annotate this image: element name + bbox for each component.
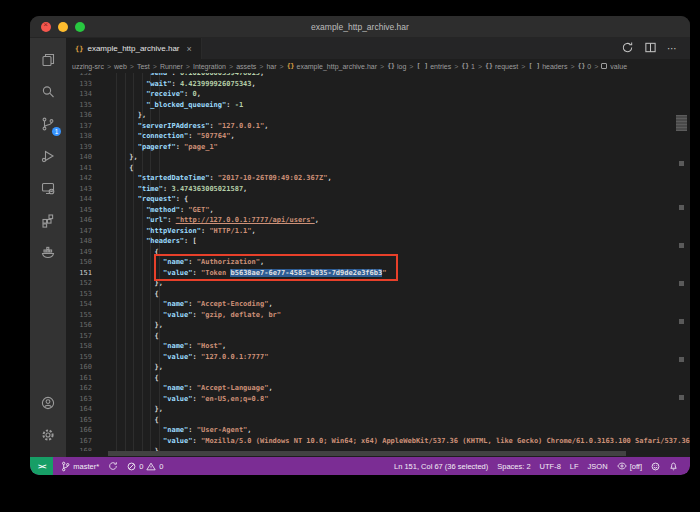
extension-toggle-item[interactable]: [off]: [617, 462, 642, 471]
eol-item[interactable]: LF: [570, 462, 579, 471]
remote-explorer-icon[interactable]: [33, 172, 63, 204]
breadcrumb-item[interactable]: {}example_http_archive.har: [287, 62, 377, 70]
indentation-item[interactable]: Spaces: 2: [497, 462, 530, 471]
code-line[interactable]: 142 "startedDateTime": "2017-10-26T09:49…: [66, 173, 690, 184]
cursor-position[interactable]: Ln 151, Col 67 (36 selected): [394, 462, 488, 471]
code-line[interactable]: 159 "value": "127.0.0.1:7777": [66, 352, 690, 363]
breadcrumb-item[interactable]: assets: [236, 63, 256, 70]
line-number: 134: [66, 89, 92, 100]
line-number: 152: [66, 278, 92, 289]
breadcrumb-separator: >: [409, 63, 413, 70]
docker-icon[interactable]: [33, 236, 63, 268]
notifications-item[interactable]: [669, 461, 678, 471]
code-line[interactable]: 155 "value": "gzip, deflate, br": [66, 310, 690, 321]
code-line[interactable]: 165 {: [66, 415, 690, 426]
code-line[interactable]: 158 "name": "Host",: [66, 341, 690, 352]
breadcrumb-item[interactable]: {}request: [485, 62, 518, 70]
code-line[interactable]: 154 "name": "Accept-Encoding",: [66, 299, 690, 310]
feedback-item[interactable]: [651, 462, 660, 471]
problems-item[interactable]: 0 0: [127, 462, 163, 471]
split-editor-icon[interactable]: [644, 40, 657, 58]
maximize-window-button[interactable]: [75, 22, 85, 32]
encoding-item[interactable]: UTF-8: [540, 462, 561, 471]
tab-close-icon[interactable]: ×: [187, 44, 192, 54]
breadcrumb-item[interactable]: value: [601, 63, 627, 70]
code-line[interactable]: 134 "receive": 0,: [66, 89, 690, 100]
breadcrumb-item[interactable]: uzzing-src: [72, 63, 104, 70]
breadcrumb-separator: >: [521, 63, 525, 70]
code-line[interactable]: 135 "_blocked_queueing": -1: [66, 100, 690, 111]
overview-ruler[interactable]: [675, 73, 687, 451]
open-changes-icon[interactable]: [621, 40, 634, 58]
minimize-window-button[interactable]: [58, 22, 68, 32]
status-bar: >< master* 0 0 Ln 151, Col 67 (36 select…: [30, 457, 690, 475]
scrollbar-thumb[interactable]: [676, 115, 687, 131]
code-line[interactable]: 133 "wait": 4.423999926075343,: [66, 79, 690, 90]
code-line[interactable]: 157 {: [66, 331, 690, 342]
code-line[interactable]: 160 },: [66, 362, 690, 373]
code-line[interactable]: 144 "request": {: [66, 194, 690, 205]
code-line[interactable]: 156 },: [66, 320, 690, 331]
code-line[interactable]: 145 "method": "GET",: [66, 205, 690, 216]
code-line[interactable]: 166 "name": "User-Agent",: [66, 425, 690, 436]
line-number: 162: [66, 383, 92, 394]
git-branch-item[interactable]: master*: [61, 461, 99, 472]
code-line[interactable]: 137 "serverIPAddress": "127.0.0.1",: [66, 121, 690, 132]
hscrollbar-thumb[interactable]: [108, 451, 626, 456]
code-line[interactable]: 162 "name": "Accept-Language",: [66, 383, 690, 394]
language-mode-item[interactable]: JSON: [588, 462, 608, 471]
code-line[interactable]: 143 "time": 3.474363005021587,: [66, 184, 690, 195]
title-bar[interactable]: example_http_archive.har: [30, 16, 690, 38]
breadcrumb-item[interactable]: [ ]headers: [528, 62, 567, 70]
code-line[interactable]: 163 "value": "en-US,en;q=0.8": [66, 394, 690, 405]
settings-gear-icon[interactable]: [33, 419, 63, 451]
breadcrumb-item[interactable]: Runner: [160, 63, 183, 70]
tab-example-http-archive[interactable]: {} example_http_archive.har ×: [66, 38, 202, 59]
horizontal-scrollbar[interactable]: [66, 451, 690, 457]
code-line[interactable]: 153 {: [66, 289, 690, 300]
breadcrumb-item[interactable]: {}1: [461, 62, 475, 70]
code-line[interactable]: 136 },: [66, 110, 690, 121]
code-line[interactable]: 140 },: [66, 152, 690, 163]
code-line[interactable]: 164 },: [66, 404, 690, 415]
branch-icon: [61, 461, 70, 472]
code-line[interactable]: 138 "connection": "507764",: [66, 131, 690, 142]
breadcrumb-item[interactable]: web: [114, 63, 127, 70]
code-line[interactable]: 161 {: [66, 373, 690, 384]
code-line[interactable]: 150 "name": "Authorization",: [66, 257, 690, 268]
breadcrumb-item[interactable]: har: [266, 63, 276, 70]
code-line[interactable]: 141 {: [66, 163, 690, 174]
sync-button[interactable]: [108, 461, 118, 471]
code-line[interactable]: 167 "value": "Mozilla/5.0 (Windows NT 10…: [66, 436, 690, 447]
source-control-icon[interactable]: 1: [33, 108, 63, 140]
breadcrumb-separator: >: [186, 63, 190, 70]
code-line[interactable]: 149 {: [66, 247, 690, 258]
extensions-icon[interactable]: [33, 204, 63, 236]
line-number: 160: [66, 362, 92, 373]
breadcrumb-separator: >: [570, 63, 574, 70]
breadcrumb-item[interactable]: {}0: [578, 62, 592, 70]
code-line[interactable]: 152 },: [66, 278, 690, 289]
line-number: 146: [66, 215, 92, 226]
code-line[interactable]: 139 "pageref": "page_1": [66, 142, 690, 153]
code-line[interactable]: 146 "url": "http://127.0.0.1:7777/api/us…: [66, 215, 690, 226]
editor[interactable]: 132 "send": 0.10200000339476015,133 "wai…: [66, 73, 690, 451]
breadcrumb-item[interactable]: [ ]entries: [416, 62, 451, 70]
search-icon[interactable]: [33, 76, 63, 108]
more-actions-icon[interactable]: ⋯: [667, 43, 678, 54]
explorer-icon[interactable]: [33, 44, 63, 76]
breadcrumb-item[interactable]: Integration: [193, 63, 226, 70]
remote-indicator[interactable]: ><: [30, 457, 53, 475]
breadcrumb-item[interactable]: {}log: [387, 62, 406, 70]
sync-icon: [108, 461, 118, 471]
breadcrumb-item[interactable]: Test: [137, 63, 150, 70]
json-file-icon: {}: [75, 45, 83, 53]
run-debug-icon[interactable]: [33, 140, 63, 172]
code-line[interactable]: 148 "headers": [: [66, 236, 690, 247]
code-line[interactable]: 151 "value": "Token b5638ae7-6e77-4585-b…: [66, 268, 690, 279]
code-line[interactable]: 147 "httpVersion": "HTTP/1.1",: [66, 226, 690, 237]
accounts-icon[interactable]: [33, 387, 63, 419]
tab-bar: {} example_http_archive.har × ⋯: [66, 38, 690, 59]
close-window-button[interactable]: [41, 22, 51, 32]
branch-name: master*: [73, 462, 99, 471]
